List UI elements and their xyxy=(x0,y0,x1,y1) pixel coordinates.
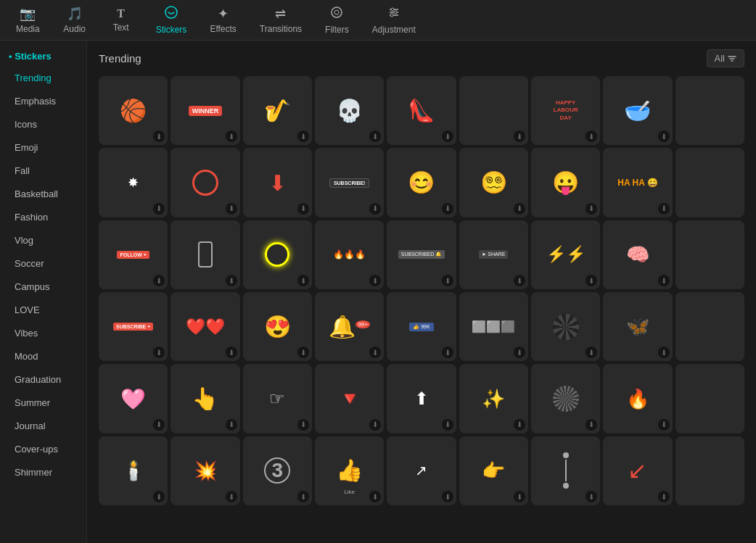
nav-adjustment[interactable]: Adjustment xyxy=(362,1,426,39)
like-btn: 👍 99K xyxy=(409,323,433,331)
sticker-subscribe[interactable]: SUBSCRIBE! ⬇ xyxy=(315,148,384,217)
sticker-fire2[interactable]: 🔥 ⬇ xyxy=(603,364,672,433)
neon-circle xyxy=(265,242,289,267)
sticker-empty4[interactable] xyxy=(675,292,744,361)
sticker-countdown3[interactable]: 3 ⬇ xyxy=(243,436,312,505)
sticker-heels[interactable]: 👠 ⬇ xyxy=(387,76,456,145)
sticker-empty1[interactable] xyxy=(675,76,744,145)
sticker-heart-outline[interactable]: 🩷 ⬇ xyxy=(99,364,168,433)
download-icon-40: ⬇ xyxy=(658,419,670,431)
sticker-labour-day[interactable]: HAPPYLABOURDAY ⬇ xyxy=(531,76,600,145)
sticker-red-arrow-big[interactable]: ↙ ⬇ xyxy=(603,436,672,505)
sticker-arrow-curve[interactable]: ↗ ⬇ xyxy=(387,436,456,505)
sticker-empty6[interactable] xyxy=(675,436,744,505)
sticker-fire3[interactable]: 🕯️ ⬇ xyxy=(99,436,168,505)
sticker-explosion[interactable]: 💥 ⬇ xyxy=(170,436,239,505)
sticker-tongue-emoji[interactable]: 😛 ⬇ xyxy=(531,148,600,217)
sticker-starburst[interactable]: ⬇ xyxy=(531,364,600,433)
download-icon-29: ⬇ xyxy=(442,347,453,358)
sticker-brain-neon[interactable]: 🧠 ⬇ xyxy=(603,220,672,289)
sidebar-item-coverups[interactable]: Cover-ups xyxy=(3,438,83,460)
nav-filters[interactable]: Filters xyxy=(315,1,359,39)
download-icon-8: ⬇ xyxy=(658,130,670,142)
sidebar-item-campus[interactable]: Campus xyxy=(3,275,83,298)
download-icon-48: ⬇ xyxy=(658,491,670,502)
sticker-hand-point[interactable]: 👆 ⬇ xyxy=(170,364,239,433)
sticker-hand-point2[interactable]: 👉 ⬇ xyxy=(459,436,528,505)
sticker-smile-emoji[interactable]: 😊 ⬇ xyxy=(387,148,456,217)
download-icon-25: ⬇ xyxy=(153,347,165,358)
sticker-arrow-cursor[interactable]: ⬆ ⬇ xyxy=(387,364,456,433)
sidebar-item-mood[interactable]: Mood xyxy=(3,345,83,368)
sticker-swirl-emoji[interactable]: 😵‍💫 ⬇ xyxy=(459,148,528,217)
sidebar-item-emoji[interactable]: Emoji xyxy=(3,136,83,159)
sticker-pixel2[interactable]: ⬇ xyxy=(531,292,600,361)
sticker-cursor-white[interactable]: ☞ ⬇ xyxy=(243,364,312,433)
download-icon-45: ⬇ xyxy=(442,491,453,502)
sticker-love-emoji[interactable]: 😍 ⬇ xyxy=(243,292,312,361)
sticker-bowl[interactable]: 🥣 ⬇ xyxy=(603,76,672,145)
sidebar-item-trending[interactable]: Trending xyxy=(3,67,83,89)
subscribed-btn: SUBSCRIBED 🔔 xyxy=(398,250,445,259)
filter-button[interactable]: All xyxy=(707,49,744,67)
sidebar-item-summer[interactable]: Summer xyxy=(3,391,83,414)
nav-stickers[interactable]: Stickers xyxy=(146,1,197,39)
sticker-circle-outline[interactable]: ⬇ xyxy=(170,148,239,217)
nav-text[interactable]: T Text xyxy=(99,3,143,37)
nav-media[interactable]: 📷 Media xyxy=(6,1,50,38)
sticker-subscribed[interactable]: SUBSCRIBED 🔔 ⬇ xyxy=(387,220,456,289)
nav-transitions[interactable]: ⇌ Transitions xyxy=(250,1,312,38)
sticker-lightning[interactable]: ⚡⚡ ⬇ xyxy=(531,220,600,289)
download-icon-28: ⬇ xyxy=(369,347,381,358)
sidebar-item-icons[interactable]: Icons xyxy=(3,113,83,136)
winner-badge: WINNER xyxy=(189,106,223,116)
download-icon-47: ⬇ xyxy=(586,491,597,502)
sticker-share[interactable]: ➤ SHARE ⬇ xyxy=(459,220,528,289)
sticker-pixel1[interactable]: 🟩🟩🟫 ⬇ xyxy=(459,292,528,361)
sidebar-item-journal[interactable]: Journal xyxy=(3,415,83,437)
download-icon-1: ⬇ xyxy=(153,130,165,142)
sticker-white-arrows[interactable]: ✸ ⬇ xyxy=(99,148,168,217)
sticker-like-99k[interactable]: 👍 99K ⬇ xyxy=(387,292,456,361)
sidebar-item-emphasis[interactable]: Emphasis xyxy=(3,90,83,112)
sticker-hearts[interactable]: ❤️❤️ ⬇ xyxy=(170,292,239,361)
sticker-empty5[interactable] xyxy=(675,364,744,433)
sidebar-item-fall[interactable]: Fall xyxy=(3,159,83,182)
sticker-basketball[interactable]: 🏀 ⬇ xyxy=(99,76,168,145)
sticker-neon-circle[interactable]: ⬇ xyxy=(243,220,312,289)
sticker-skull[interactable]: 💀 ⬇ xyxy=(315,76,384,145)
sidebar-item-soccer[interactable]: Soccer xyxy=(3,252,83,275)
sticker-subscribe-red[interactable]: SUBSCRIBE + ⬇ xyxy=(99,292,168,361)
sidebar-item-basketball[interactable]: Basketball xyxy=(3,183,83,205)
sticker-vertical-line[interactable]: ⬇ xyxy=(531,436,600,505)
sticker-sparkle-dark[interactable]: ✨ ⬇ xyxy=(459,364,528,433)
sidebar-item-love[interactable]: LOVE xyxy=(3,299,83,321)
sticker-haha[interactable]: HA HA 😄 ⬇ xyxy=(603,148,672,217)
sticker-bell-notif[interactable]: 🔔99+ ⬇ xyxy=(315,292,384,361)
sidebar-item-vibes[interactable]: Vibes xyxy=(3,322,83,344)
sticker-empty2[interactable] xyxy=(675,148,744,217)
nav-audio[interactable]: 🎵 Audio xyxy=(53,1,96,38)
sticker-red-arrow-down[interactable]: ⬇ ⬇ xyxy=(243,148,312,217)
sticker-winner[interactable]: WINNER ⬇ xyxy=(170,76,239,145)
nav-effects[interactable]: ✦ Effects xyxy=(200,1,246,38)
sticker-phone[interactable]: ⬇ xyxy=(170,220,239,289)
sticker-saxophone[interactable]: 🎷 ⬇ xyxy=(243,76,312,145)
svg-point-2 xyxy=(334,10,339,14)
sidebar-item-vlog[interactable]: Vlog xyxy=(3,229,83,252)
sticker-grid: 🏀 ⬇ WINNER ⬇ 🎷 ⬇ 💀 ⬇ 👠 ⬇ ⬇ xyxy=(99,76,744,505)
sidebar-item-shimmer[interactable]: Shimmer xyxy=(3,461,83,484)
stickers-icon xyxy=(165,6,178,22)
sticker-blank1[interactable]: ⬇ xyxy=(459,76,528,145)
sticker-thumbsup[interactable]: 👍 Like ⬇ xyxy=(315,436,384,505)
download-icon-3: ⬇ xyxy=(297,130,309,142)
sticker-butterfly[interactable]: 🦋 ⬇ xyxy=(603,292,672,361)
sidebar-item-graduation[interactable]: Graduation xyxy=(3,368,83,391)
sticker-fire-row[interactable]: 🔥🔥🔥 ⬇ xyxy=(315,220,384,289)
sticker-empty3[interactable] xyxy=(675,220,744,289)
effects-icon: ✦ xyxy=(218,6,229,22)
filter-icon xyxy=(728,54,736,63)
sidebar-item-fashion[interactable]: Fashion xyxy=(3,206,83,228)
sticker-follow[interactable]: FOLLOW + ⬇ xyxy=(99,220,168,289)
sticker-red-chevron[interactable]: 🔻 ⬇ xyxy=(315,364,384,433)
